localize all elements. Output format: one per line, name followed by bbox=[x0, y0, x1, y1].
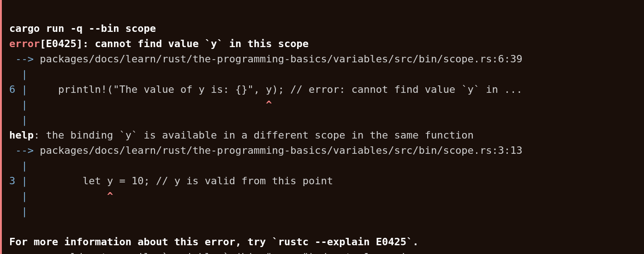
arrow-indicator: --> bbox=[9, 145, 40, 156]
gutter-pipe: | bbox=[9, 206, 28, 217]
error-tag: error bbox=[9, 251, 40, 254]
footer-info: For more information about this error, t… bbox=[9, 236, 418, 248]
error-tag: error bbox=[9, 38, 40, 49]
final-error-line: error: could not compile `variables` (bi… bbox=[9, 251, 461, 254]
help-tag: help bbox=[9, 129, 34, 141]
caret-spaces bbox=[28, 99, 266, 110]
file-path-1: packages/docs/learn/rust/the-programming… bbox=[40, 53, 522, 65]
caret-spaces bbox=[28, 190, 107, 202]
help-line: help: the binding `y` is available in a … bbox=[9, 129, 474, 141]
command-line: cargo run -q --bin scope bbox=[9, 23, 156, 34]
line-number-6: 6 bbox=[9, 84, 22, 95]
terminal-output: cargo run -q --bin scope error[E0425]: c… bbox=[2, 0, 644, 254]
code-line-6: println!("The value of y is: {}", y); //… bbox=[28, 84, 523, 95]
caret-line-2: | ^ bbox=[9, 190, 113, 202]
gutter-pipe: | bbox=[9, 160, 28, 171]
source-line-6: 6 | println!("The value of y is: {}", y)… bbox=[9, 84, 523, 95]
caret-marker: ^ bbox=[266, 99, 272, 110]
error-code: [E0425] bbox=[40, 38, 83, 49]
location-2: --> packages/docs/learn/rust/the-program… bbox=[9, 145, 523, 156]
final-colon: : bbox=[40, 251, 52, 254]
caret-marker: ^ bbox=[107, 190, 113, 202]
line-number-3: 3 bbox=[9, 175, 22, 187]
error-line: error[E0425]: cannot find value `y` in t… bbox=[9, 38, 309, 49]
code-line-3: let y = 10; // y is valid from this poin… bbox=[28, 175, 333, 187]
file-path-2: packages/docs/learn/rust/the-programming… bbox=[40, 145, 522, 156]
help-message: the binding `y` is available in a differ… bbox=[46, 129, 473, 141]
arrow-indicator: --> bbox=[9, 53, 40, 65]
final-error-message: could not compile `variables` (bin "scop… bbox=[52, 251, 461, 254]
help-colon: : bbox=[34, 129, 46, 141]
gutter-pipe: | bbox=[9, 68, 28, 80]
error-colon: : bbox=[83, 38, 95, 49]
gutter-pipe: | bbox=[22, 175, 28, 187]
gutter-pipe: | bbox=[22, 84, 28, 95]
source-line-3: 3 | let y = 10; // y is valid from this … bbox=[9, 175, 333, 187]
gutter-pipe: | bbox=[9, 190, 28, 202]
gutter-pipe: | bbox=[9, 114, 28, 126]
error-message: cannot find value `y` in this scope bbox=[95, 38, 309, 49]
location-1: --> packages/docs/learn/rust/the-program… bbox=[9, 53, 523, 65]
gutter-pipe: | bbox=[9, 99, 28, 110]
caret-line-1: | ^ bbox=[9, 99, 272, 110]
